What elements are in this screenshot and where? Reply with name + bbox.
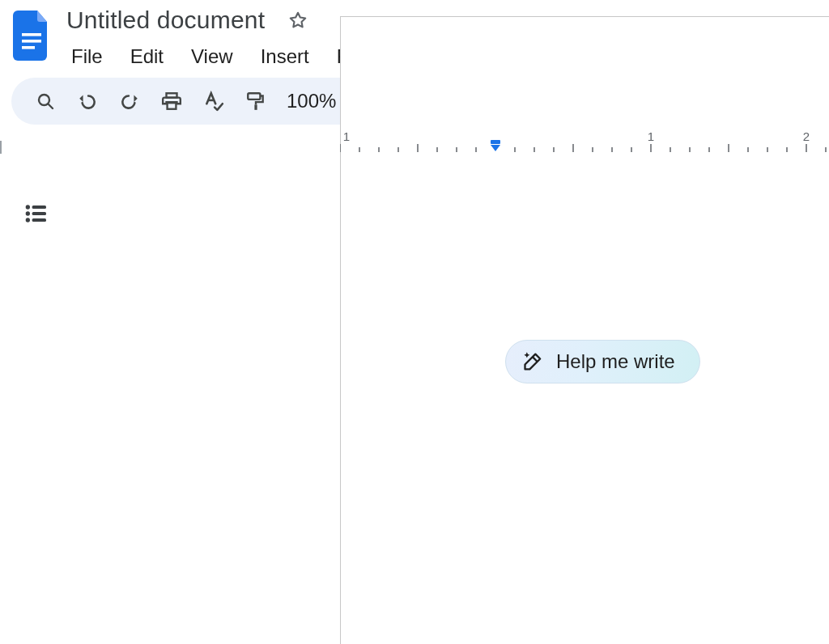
ruler-label: 1 (648, 129, 654, 143)
svg-rect-42 (32, 212, 46, 215)
search-icon (36, 91, 55, 111)
svg-rect-9 (254, 104, 257, 110)
left-gutter (0, 155, 73, 638)
menu-file[interactable]: File (63, 40, 111, 73)
svg-rect-1 (22, 40, 41, 43)
svg-rect-43 (32, 218, 46, 222)
docs-logo-icon[interactable] (6, 5, 58, 66)
svg-point-40 (26, 218, 30, 222)
ruler-area: 1 1 2 (0, 133, 829, 155)
zoom-value: 100% (287, 90, 336, 112)
redo-button[interactable] (113, 85, 146, 117)
print-button[interactable] (155, 85, 188, 117)
paint-roller-icon (245, 91, 266, 112)
undo-icon (77, 91, 98, 112)
menu-insert[interactable]: Insert (253, 40, 317, 73)
page-edge-tick (0, 141, 2, 154)
svg-point-38 (26, 205, 30, 209)
spellcheck-icon (203, 91, 224, 112)
menu-edit[interactable]: Edit (122, 40, 172, 73)
svg-rect-37 (491, 140, 500, 144)
search-menus-button[interactable] (29, 85, 62, 117)
document-page[interactable] (340, 16, 829, 644)
svg-point-39 (26, 211, 30, 215)
ruler-label: 2 (803, 129, 810, 143)
undo-button[interactable] (71, 85, 104, 117)
help-me-write-button[interactable]: Help me write (505, 340, 700, 383)
show-outline-button[interactable] (17, 194, 56, 233)
horizontal-ruler[interactable]: 1 1 2 (340, 133, 829, 155)
redo-icon (119, 91, 140, 112)
paint-format-button[interactable] (240, 85, 272, 117)
menu-view[interactable]: View (183, 40, 241, 73)
spellcheck-button[interactable] (198, 85, 230, 117)
document-title[interactable]: Untitled document (63, 5, 268, 36)
help-me-write-label: Help me write (556, 350, 675, 373)
first-line-indent-marker[interactable] (487, 139, 504, 155)
svg-rect-0 (22, 33, 41, 36)
magic-pencil-icon (522, 350, 545, 373)
list-icon (23, 201, 49, 227)
ruler-label: 1 (343, 129, 350, 143)
svg-line-4 (49, 104, 53, 109)
star-button[interactable] (284, 6, 312, 34)
svg-rect-8 (248, 93, 260, 100)
svg-rect-2 (22, 46, 35, 49)
print-icon (161, 91, 182, 112)
star-outline-icon (287, 10, 308, 31)
svg-rect-6 (168, 103, 176, 109)
svg-rect-41 (32, 205, 46, 209)
svg-line-44 (533, 357, 538, 362)
